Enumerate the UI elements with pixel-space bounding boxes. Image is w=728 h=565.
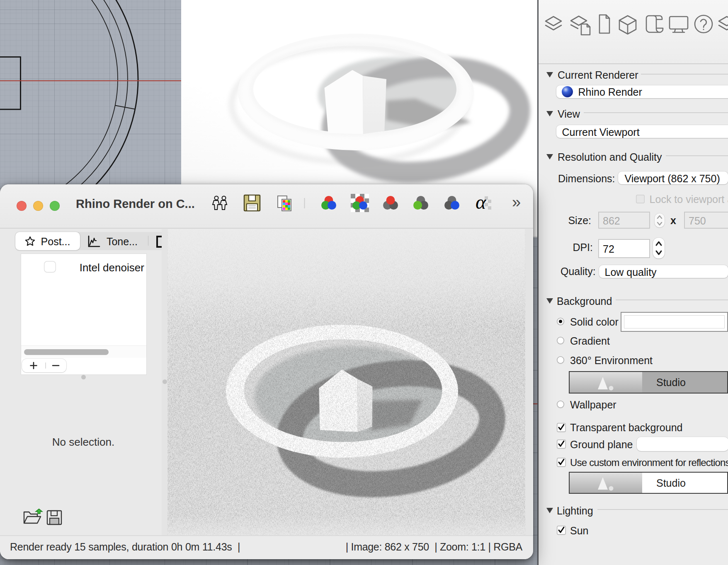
svg-text:»: »: [512, 193, 521, 211]
svg-text:α: α: [476, 193, 486, 213]
